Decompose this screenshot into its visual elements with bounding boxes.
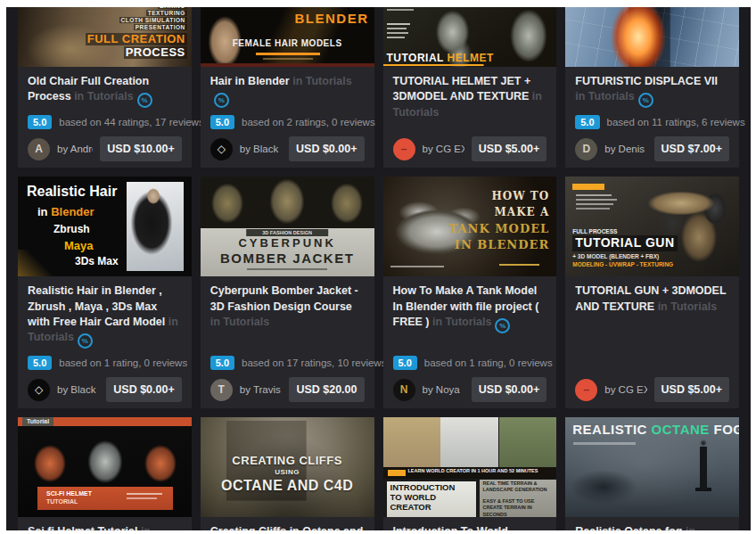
product-title-link[interactable]: TUTORIAL HELMET JET + 3DMODEL AND TEXTUR… — [393, 75, 531, 103]
seller-name: Black Diamond — [253, 144, 282, 154]
product-card[interactable]: CREATING CLIFFSUSINGOCTANE AND C4D Creat… — [201, 417, 374, 530]
product-thumbnail[interactable]: REALISTIC OCTANE FOG — [565, 417, 739, 517]
rating-badge: 5.0 — [393, 356, 417, 370]
seller-link[interactable]: by Noya — [423, 384, 464, 395]
thumbnail-text: PRESENTATION — [134, 24, 187, 30]
seller-link[interactable]: by Black Diamond — [57, 384, 99, 395]
thumbnail-text: Tutorial — [22, 417, 53, 426]
product-card[interactable]: REALISTIC OCTANE FOG Realistic Octane fo… — [565, 417, 739, 530]
thumbnail-text: 3Ds Max — [75, 256, 119, 267]
by-label: by — [423, 144, 433, 154]
seller-avatar[interactable]: T — [210, 379, 233, 401]
seller-row: – by CG EXTEND USD $5.00+ — [393, 136, 547, 161]
seller-avatar[interactable]: – — [393, 138, 415, 160]
product-thumbnail[interactable]: 3D FASHION DESIGNCYBERPUNKBOMBER JACKET — [201, 177, 374, 276]
product-card[interactable]: 3D FASHION DESIGNCYBERPUNKBOMBER JACKET … — [201, 177, 374, 408]
seller-link[interactable]: by CG EXTEND — [423, 144, 464, 154]
product-card[interactable]: BAKINGTEXTURINGCLOTH SIMULATIONPRESENTAT… — [18, 7, 192, 168]
seller-link[interactable]: by Travis Davids — [240, 384, 283, 395]
product-card[interactable]: TutorialSCI-FI HELMETTUTORIAL Sci fi Hel… — [18, 417, 192, 530]
thumbnail-text: + 3D MODEL (BLENDER + FBX) — [572, 253, 659, 259]
product-category-link[interactable]: in Tutorials — [575, 90, 634, 103]
product-category-link[interactable]: in Tutorials — [658, 300, 717, 313]
seller-link[interactable]: by CG EXTEND — [604, 384, 646, 395]
product-thumbnail[interactable]: CREATING CLIFFSUSINGOCTANE AND C4D — [201, 417, 374, 517]
price-button[interactable]: USD $0.00+ — [472, 377, 546, 402]
product-thumbnail[interactable]: LEARN WORLD CREATOR IN 1 HOUR AND 52 MIN… — [383, 417, 557, 517]
product-thumbnail[interactable] — [565, 7, 739, 67]
product-category-link[interactable]: in Tutorials — [292, 75, 351, 87]
seller-avatar[interactable]: – — [575, 379, 597, 401]
product-card[interactable]: Realistic Hairin BlenderZbrushMaya3Ds Ma… — [18, 177, 192, 408]
price-button[interactable]: USD $5.00+ — [654, 377, 729, 402]
price-button[interactable]: USD $10.00+ — [100, 136, 181, 161]
percent-circle-icon: % — [495, 318, 510, 333]
rating-row: 5.0 based on 44 ratings, 17 reviews — [28, 108, 182, 129]
thumbnail-text-span: in — [37, 205, 51, 218]
seller-name: Travis Davids — [253, 384, 282, 395]
seller-avatar[interactable]: ◇ — [210, 138, 233, 160]
price-button[interactable]: USD $20.00 — [289, 377, 364, 402]
seller-link[interactable]: by Black Diamond — [240, 144, 282, 154]
thumbnail-text: CYBERPUNK — [238, 237, 335, 250]
rating-text: based on 1 rating, 0 reviews — [424, 357, 553, 368]
percent-circle-icon: % — [78, 333, 93, 349]
product-card[interactable]: HOW TOMAKE ATANK MODELIN BLENDER How To … — [383, 177, 557, 408]
price-button[interactable]: USD $5.00+ — [472, 136, 546, 161]
price-button[interactable]: USD $0.00+ — [289, 136, 364, 161]
product-thumbnail[interactable]: FULL PROCESSTUTORIAL GUN+ 3D MODEL (BLEN… — [565, 177, 739, 276]
product-title-link[interactable]: Realistic Hair in Blender , Zbrush , May… — [28, 284, 165, 328]
thumbnail-text: FEMALE HAIR MODELS — [233, 38, 342, 48]
product-thumbnail[interactable]: BLENDERFEMALE HAIR MODELS — [201, 7, 374, 67]
product-title: Realistic Octane fog in Tutorials — [575, 524, 729, 530]
price-button[interactable]: USD $0.00+ — [106, 377, 181, 402]
product-card[interactable]: FULL PROCESSTUTORIAL GUN+ 3D MODEL (BLEN… — [565, 177, 739, 408]
product-title-link[interactable]: Creating Cliffs in Octane and Cinema 4D — [210, 525, 364, 530]
product-card[interactable]: FUTURISTIC DISPLACE VII in Tutorials% 5.… — [565, 7, 739, 168]
product-title-link[interactable]: Hair in Blender — [210, 75, 290, 87]
product-thumbnail[interactable]: Realistic Hairin BlenderZbrushMaya3Ds Ma… — [18, 177, 192, 276]
seller-row: ◇ by Black Diamond USD $0.00+ — [28, 377, 182, 402]
product-title-link[interactable]: Introduction To World Creator + BONUS CO… — [393, 525, 543, 530]
seller-avatar[interactable]: D — [575, 138, 597, 160]
seller-name: CG EXTEND — [619, 384, 647, 395]
seller-name: Noya — [436, 384, 460, 395]
price-button[interactable]: USD $7.00+ — [654, 136, 729, 161]
product-category-link[interactable]: in Tutorials — [74, 90, 133, 103]
product-thumbnail[interactable]: TUTORIAL HELMET — [383, 7, 557, 67]
thumbnail-text: USING — [275, 469, 300, 477]
product-card[interactable]: BLENDERFEMALE HAIR MODELS Hair in Blende… — [201, 7, 374, 168]
seller-link[interactable]: by Denis Bosque — [604, 144, 646, 154]
product-title-link[interactable]: Cyberpunk Bomber Jacket - 3D Fashion Des… — [210, 284, 358, 312]
product-title: FUTURISTIC DISPLACE VII in Tutorials% — [575, 74, 729, 108]
product-title: Old Chair Full Creation Process in Tutor… — [28, 74, 182, 108]
product-title-link[interactable]: Sci fi Helmet Tutorial — [28, 525, 137, 530]
seller-avatar[interactable]: A — [28, 138, 50, 160]
by-label: by — [423, 384, 433, 395]
product-card[interactable]: LEARN WORLD CREATOR IN 1 HOUR AND 52 MIN… — [383, 417, 557, 530]
rating-row: 5.0 based on 11 ratings, 6 reviews — [575, 108, 729, 129]
product-card[interactable]: TUTORIAL HELMET TUTORIAL HELMET JET + 3D… — [383, 7, 557, 168]
thumbnail-text-span: HELMET — [448, 52, 494, 64]
seller-avatar[interactable]: N — [393, 379, 415, 401]
product-category-link[interactable]: in Tutorials — [210, 316, 269, 328]
seller-link[interactable]: by Andrew Averkin — [57, 144, 93, 154]
product-category-link[interactable]: in Tutorials — [432, 316, 491, 328]
thumbnail-text: TUTORIAL HELMET — [387, 53, 494, 64]
product-thumbnail[interactable]: TutorialSCI-FI HELMETTUTORIAL — [18, 417, 192, 517]
rating-text: based on 17 ratings, 10 reviews — [242, 357, 386, 368]
product-thumbnail[interactable]: HOW TOMAKE ATANK MODELIN BLENDER — [383, 177, 557, 276]
product-title-link[interactable]: Realistic Octane fog — [575, 525, 682, 530]
thumbnail-text: Maya — [64, 240, 94, 252]
by-label: by — [604, 384, 615, 395]
product-card-body: TUTORIAL HELMET JET + 3DMODEL AND TEXTUR… — [383, 67, 557, 168]
product-title-link[interactable]: FUTURISTIC DISPLACE VII — [575, 75, 718, 87]
thumbnail-text: REAL TIME TERRAIN & LANDSCAPE GENERATION — [483, 481, 553, 494]
seller-avatar[interactable]: ◇ — [28, 379, 50, 401]
thumbnail-text: 3D FASHION DESIGN — [246, 229, 328, 236]
thumbnail-text: Zbrush — [53, 224, 90, 235]
product-thumbnail[interactable]: BAKINGTEXTURINGCLOTH SIMULATIONPRESENTAT… — [18, 7, 192, 67]
product-title: TUTORIAL HELMET JET + 3DMODEL AND TEXTUR… — [393, 74, 547, 120]
product-card-body: Creating Cliffs in Octane and Cinema 4D … — [201, 517, 374, 530]
product-card-body: Sci fi Helmet Tutorial in Tutorials — [18, 517, 192, 530]
